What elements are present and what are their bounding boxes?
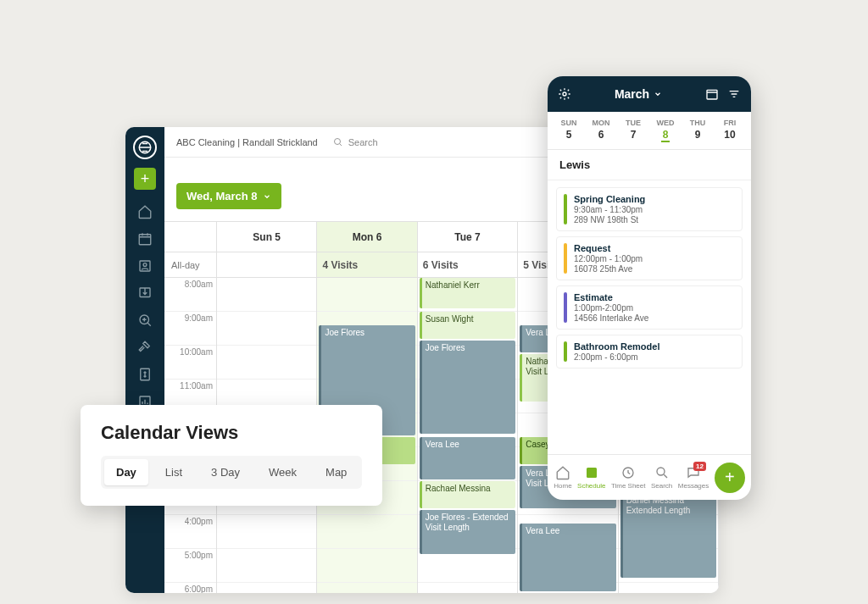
nav-home[interactable]: Home [554,465,571,490]
day-header: Tue 7 [418,222,518,252]
mobile-add-button[interactable]: + [715,463,745,493]
schedule-card[interactable]: Spring Cleaning9:30am - 11:30pm289 NW 19… [556,187,743,231]
svg-rect-10 [707,90,717,99]
sidebar-add-button[interactable]: + [134,168,156,190]
nav-schedule[interactable]: Schedule [577,465,605,490]
view-tab-day[interactable]: Day [104,459,148,485]
home-icon[interactable] [133,200,157,224]
allday-cell[interactable]: 6 Visits [418,252,518,277]
calendar-event[interactable]: Vera Lee [520,524,615,591]
mobile-day[interactable]: WED8 [649,119,682,142]
allday-cell[interactable]: 4 Visits [317,252,417,277]
svg-point-3 [143,263,147,267]
nav-messages[interactable]: 12 Messages [678,465,709,490]
calendar-icon[interactable] [133,227,157,251]
mobile-nav: Home Schedule Time Sheet Search 12 Messa… [548,454,751,500]
invoice-icon[interactable] [133,363,157,386]
calendar-event[interactable]: Joe Flores [420,341,515,434]
svg-rect-1 [139,235,151,245]
sidebar: + [125,127,164,593]
calendar-event[interactable]: Vera Lee [420,437,515,479]
inbox-icon[interactable] [133,281,157,305]
views-tabs: Day List 3 Day Week Map [101,456,362,489]
calendar-event[interactable]: Rachael Messina [420,481,515,508]
view-tab-list[interactable]: List [153,459,194,485]
svg-point-13 [657,468,665,475]
person-icon[interactable] [133,254,157,278]
search-input[interactable]: Search [333,137,378,147]
day-header: Sun 5 [217,222,317,252]
mobile-day[interactable]: MON6 [585,119,617,142]
calendar-icon[interactable] [705,87,719,101]
quote-icon[interactable] [133,308,157,332]
mobile-day[interactable]: SUN5 [553,119,585,142]
schedule-card[interactable]: Estimate1:00pm-2:00pm14566 Interlake Ave [556,285,743,330]
mobile-subhead: Lewis [548,150,751,180]
mobile-app: March SUN5MON6TUE7WED8THU9FRI10 Lewis Sp… [548,76,751,500]
filter-icon[interactable] [727,87,741,101]
mobile-schedule-list: Spring Cleaning9:30am - 11:30pm289 NW 19… [548,180,751,454]
allday-cell [217,252,317,277]
nav-timesheet[interactable]: Time Sheet [611,465,646,490]
breadcrumb: ABC Cleaning | Randall Strickland [176,137,318,147]
gear-icon[interactable] [558,87,571,101]
view-tab-map[interactable]: Map [314,459,359,485]
view-tab-3day[interactable]: 3 Day [199,459,252,485]
calendar-event[interactable]: Susan Wight [420,312,515,339]
hammer-icon[interactable] [133,335,157,359]
schedule-card[interactable]: Bathroom Remodel2:00pm - 6:00pm [556,335,743,368]
schedule-card[interactable]: Request12:00pm - 1:00pm16078 25th Ave [556,236,743,280]
nav-search[interactable]: Search [651,465,672,490]
day-column-tue[interactable]: Nathaniel KerrSusan WightJoe FloresVera … [418,278,518,593]
calendar-views-card: Calendar Views Day List 3 Day Week Map [81,405,382,506]
view-tab-week[interactable]: Week [257,459,309,485]
mobile-month-picker[interactable]: March [615,87,662,101]
chevron-down-icon [654,90,662,98]
mobile-header: March [548,76,751,112]
calendar-event[interactable]: Nathaniel Kerr [420,278,515,308]
messages-badge: 12 [693,462,706,471]
calendar-event[interactable]: Daniel Messina Extended Length [620,493,716,578]
date-picker-button[interactable]: Wed, March 8 [176,183,281,209]
svg-point-8 [334,138,340,144]
svg-rect-11 [587,468,597,478]
views-card-title: Calendar Views [101,422,362,444]
calendar-event[interactable]: Joe Flores - Extended Visit Length [420,510,515,554]
mobile-week-row: SUN5MON6TUE7WED8THU9FRI10 [548,112,751,150]
day-header: Mon 6 [317,222,417,252]
mobile-day[interactable]: THU9 [682,119,714,142]
mobile-day[interactable]: FRI10 [714,119,746,142]
mobile-day[interactable]: TUE7 [617,119,649,142]
svg-point-9 [563,92,566,96]
logo-icon [133,136,157,159]
